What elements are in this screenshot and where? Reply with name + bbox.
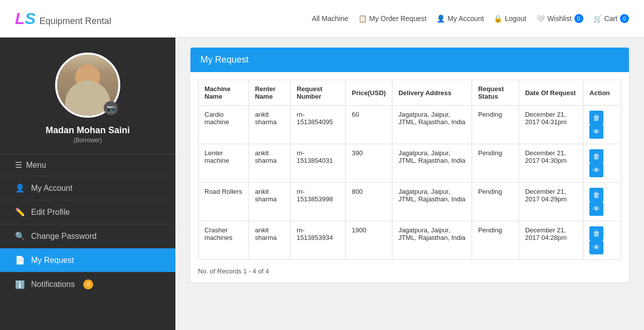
cell-price: 390 (345, 144, 392, 183)
records-count: No. of Records 1 - 4 of 4 (198, 267, 621, 275)
logo: LS Equipment Rental (15, 10, 111, 28)
cell-request-number: rn-1513854095 (290, 106, 345, 144)
cell-action: 🗑 👁 (583, 221, 621, 260)
view-button-2[interactable]: 👁 (589, 202, 603, 216)
notifications-badge: 0 (83, 279, 93, 289)
cell-renter-name: ankit sharma (249, 106, 290, 144)
view-button-0[interactable]: 👁 (589, 125, 603, 139)
my-request-card: My Request Machine Name Renter Name Requ… (190, 48, 629, 282)
col-price: Price(USD) (345, 80, 392, 106)
table-header-row: Machine Name Renter Name Request Number … (198, 80, 621, 106)
table-row: Lenter machine ankit sharma rn-151385403… (198, 144, 621, 183)
cart-label: Cart (604, 15, 617, 23)
header: LS Equipment Rental All Machine 📋 My Ord… (0, 0, 644, 38)
logo-ls: L (15, 10, 25, 28)
cell-date-of-request: December 21, 2017 04:31pm (519, 106, 583, 144)
layout: 📷 Madan Mohan Saini (Borrower) ☰ Menu 👤 … (0, 38, 644, 330)
pencil-icon: ✏️ (15, 207, 25, 217)
sidebar-item-my-request[interactable]: 📄 My Request (0, 248, 175, 272)
cell-renter-name: ankit sharma (249, 144, 290, 183)
cell-delivery-address: Jagatpura, Jaipur, JTML, Rajasthan, Indi… (392, 106, 472, 144)
sidebar-item-my-account[interactable]: 👤 My Account (0, 176, 175, 200)
table-head: Machine Name Renter Name Request Number … (198, 80, 621, 106)
nav-my-account[interactable]: 👤 My Account (437, 15, 484, 23)
wishlist-badge: 0 (574, 14, 583, 23)
sidebar-item-change-password[interactable]: 🔍 Change Password (0, 224, 175, 248)
cell-request-status: Pending (472, 183, 519, 221)
all-machine-label: All Machine (312, 15, 348, 23)
key-icon: 🔍 (15, 231, 25, 241)
user-name: Madan Mohan Saini (46, 125, 130, 136)
cell-date-of-request: December 21, 2017 04:28pm (519, 221, 583, 260)
table-body: Cardio machine ankit sharma rn-151385409… (198, 106, 621, 260)
nav-wishlist[interactable]: 🤍 Wishlist 0 (536, 14, 583, 23)
cell-request-status: Pending (472, 144, 519, 183)
heart-icon: 🤍 (536, 15, 545, 23)
requests-table: Machine Name Renter Name Request Number … (198, 80, 621, 260)
file-icon: 📄 (15, 255, 25, 265)
cell-machine-name: Road Rollers (198, 183, 249, 221)
avatar-container: 📷 (55, 53, 120, 118)
nav-cart[interactable]: 🛒 Cart 0 (593, 14, 629, 23)
edit-profile-label: Edit Profile (31, 208, 70, 217)
view-button-3[interactable]: 👁 (589, 240, 603, 254)
lock-icon: 🔒 (494, 15, 502, 23)
sidebar-item-edit-profile[interactable]: ✏️ Edit Profile (0, 200, 175, 224)
my-account-label: My Account (448, 15, 484, 23)
cell-machine-name: Crasher machines (198, 221, 249, 260)
sidebar-item-notifications[interactable]: ℹ️ Notifications 0 (0, 272, 175, 296)
table-row: Road Rollers ankit sharma rn-1513853998 … (198, 183, 621, 221)
account-icon: 👤 (437, 15, 445, 23)
menu-header: ☰ Menu (0, 154, 175, 176)
delete-button-0[interactable]: 🗑 (589, 111, 603, 125)
cell-renter-name: ankit sharma (249, 221, 290, 260)
cart-badge: 0 (620, 14, 629, 23)
col-delivery-address: Delivery Address (392, 80, 472, 106)
delete-button-2[interactable]: 🗑 (589, 188, 603, 202)
cell-action: 🗑 👁 (583, 144, 621, 183)
logo-s: S (25, 10, 36, 28)
my-order-request-label: My Order Request (369, 15, 426, 23)
cell-price: 800 (345, 183, 392, 221)
view-button-1[interactable]: 👁 (589, 163, 603, 177)
nav-my-order-request[interactable]: 📋 My Order Request (358, 15, 426, 23)
cell-request-status: Pending (472, 221, 519, 260)
wishlist-label: Wishlist (547, 15, 571, 23)
col-request-number: Request Number (290, 80, 345, 106)
cell-request-number: rn-1513853998 (290, 183, 345, 221)
col-request-status: Request Status (472, 80, 519, 106)
cell-request-number: rn-1513853934 (290, 221, 345, 260)
cart-icon: 🛒 (593, 15, 602, 23)
cell-machine-name: Cardio machine (198, 106, 249, 144)
sidebar: 📷 Madan Mohan Saini (Borrower) ☰ Menu 👤 … (0, 38, 175, 330)
cell-delivery-address: Jagatpura, Jaipur, JTML, Rajasthan, Indi… (392, 144, 472, 183)
col-machine-name: Machine Name (198, 80, 249, 106)
user-icon: 👤 (15, 183, 25, 193)
delete-button-3[interactable]: 🗑 (589, 226, 603, 240)
cell-action: 🗑 👁 (583, 106, 621, 144)
card-body: Machine Name Renter Name Request Number … (190, 72, 629, 282)
table-row: Cardio machine ankit sharma rn-151385409… (198, 106, 621, 144)
card-header: My Request (190, 48, 629, 72)
delete-button-1[interactable]: 🗑 (589, 149, 603, 163)
cell-request-status: Pending (472, 106, 519, 144)
cell-action: 🗑 👁 (583, 183, 621, 221)
main-content: My Request Machine Name Renter Name Requ… (175, 38, 644, 330)
cell-request-number: rn-1513854031 (290, 144, 345, 183)
nav: All Machine 📋 My Order Request 👤 My Acco… (312, 14, 629, 23)
cell-delivery-address: Jagatpura, Jaipur, JTML, Rajasthan, Indi… (392, 183, 472, 221)
cell-date-of-request: December 21, 2017 04:30pm (519, 144, 583, 183)
camera-button[interactable]: 📷 (104, 101, 118, 115)
cell-renter-name: ankit sharma (249, 183, 290, 221)
logo-text: Equipment Rental (40, 16, 111, 26)
notifications-label: Notifications (31, 280, 75, 289)
menu-icon: ☰ (15, 160, 22, 170)
order-icon: 📋 (358, 15, 367, 23)
nav-all-machine[interactable]: All Machine (312, 15, 348, 23)
my-request-label: My Request (31, 256, 74, 265)
col-action: Action (583, 80, 621, 106)
user-role: (Borrower) (74, 137, 102, 144)
col-renter-name: Renter Name (249, 80, 290, 106)
cell-delivery-address: Jagatpura, Jaipur, JTML, Rajasthan, Indi… (392, 221, 472, 260)
nav-logout[interactable]: 🔒 Logout (494, 15, 526, 23)
